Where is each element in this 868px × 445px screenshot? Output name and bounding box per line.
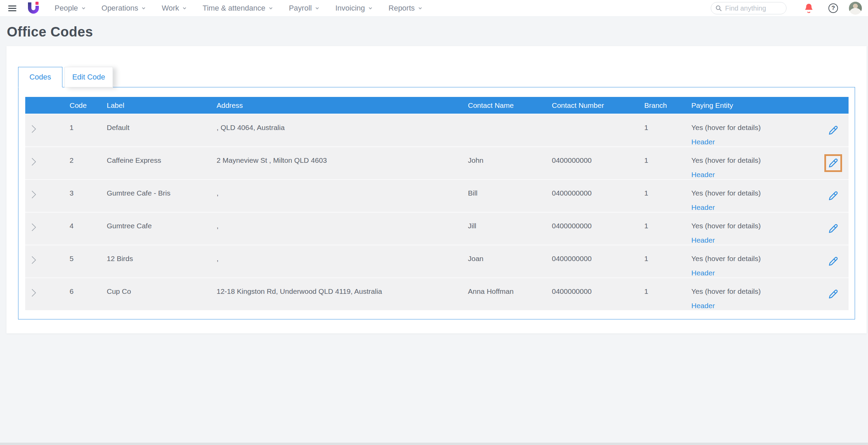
header-code: Code (70, 97, 107, 114)
cell-branch: 1 (644, 147, 691, 179)
codes-panel: Code Label Address Contact Name Contact … (18, 87, 855, 319)
chevron-down-icon (268, 6, 273, 11)
cell-code: 4 (70, 213, 107, 245)
header-link[interactable]: Header (691, 301, 825, 310)
paying-entity-text: Yes (hover for details) (691, 221, 825, 230)
tab-edit-code-label: Edit Code (72, 73, 105, 82)
cell-paying-entity: Yes (hover for details) Header (691, 245, 825, 277)
paying-entity-text: Yes (hover for details) (691, 254, 825, 263)
cell-branch: 1 (644, 180, 691, 212)
user-avatar[interactable] (849, 2, 862, 15)
cell-actions (825, 213, 849, 245)
pencil-icon (828, 224, 838, 234)
nav-operations[interactable]: Operations (102, 4, 146, 13)
pencil-icon (828, 125, 838, 135)
app-logo[interactable] (27, 1, 40, 15)
tab-codes-label: Codes (29, 73, 51, 82)
header-label: Label (107, 97, 217, 114)
pencil-icon (828, 191, 838, 201)
cell-contact-name: Jill (468, 213, 552, 245)
header-branch: Branch (644, 97, 691, 114)
chevron-down-icon (315, 6, 320, 11)
pencil-icon (828, 256, 838, 267)
chevron-right-icon (29, 288, 38, 298)
header-link[interactable]: Header (691, 203, 825, 212)
expand-row-button[interactable] (25, 180, 70, 212)
hamburger-menu-icon[interactable] (8, 5, 16, 11)
cell-code: 5 (70, 245, 107, 277)
cell-address: 2 Mayneview St , Milton QLD 4603 (217, 147, 468, 179)
expand-row-button[interactable] (25, 278, 70, 310)
cell-branch: 1 (644, 245, 691, 277)
pencil-icon (828, 289, 838, 299)
header-actions (825, 97, 849, 114)
global-search[interactable] (711, 2, 786, 14)
cell-label: 12 Birds (107, 245, 217, 277)
edit-code-button[interactable] (825, 221, 841, 236)
notifications-button[interactable] (804, 3, 813, 13)
header-address: Address (217, 97, 468, 114)
cell-contact-number: 0400000000 (552, 180, 644, 212)
cell-branch: 1 (644, 213, 691, 245)
nav-invoicing[interactable]: Invoicing (335, 4, 373, 13)
nav-reports[interactable]: Reports (388, 4, 423, 13)
cell-code: 3 (70, 180, 107, 212)
office-codes-table: Code Label Address Contact Name Contact … (25, 97, 849, 310)
tab-bar: Codes Edit Code (18, 67, 855, 87)
header-link[interactable]: Header (691, 236, 825, 245)
edit-code-button[interactable] (825, 123, 841, 138)
horizontal-scrollbar[interactable] (0, 443, 868, 445)
page-title: Office Codes (7, 24, 868, 40)
edit-code-button-highlighted[interactable] (825, 155, 841, 171)
cell-paying-entity: Yes (hover for details) Header (691, 147, 825, 179)
cell-label: Default (107, 114, 217, 146)
expand-row-button[interactable] (25, 245, 70, 277)
edit-code-button[interactable] (825, 286, 841, 302)
cell-actions (825, 114, 849, 146)
logo-icon (27, 1, 40, 15)
table-row: 1 Default , QLD 4064, Australia 1 Yes (h… (25, 114, 849, 146)
nav-payroll[interactable]: Payroll (289, 4, 320, 13)
chevron-right-icon (29, 157, 38, 167)
expand-row-button[interactable] (25, 213, 70, 245)
cell-address: , QLD 4064, Australia (217, 114, 468, 146)
nav-payroll-label: Payroll (289, 4, 312, 13)
cell-branch: 1 (644, 114, 691, 146)
chevron-down-icon (182, 6, 187, 11)
help-button[interactable]: ? (828, 3, 838, 13)
cell-address: , (217, 180, 468, 212)
nav-time-attendance[interactable]: Time & attendance (203, 4, 273, 13)
search-input[interactable] (725, 4, 780, 12)
topbar: People Operations Work Time & attendance… (0, 0, 868, 17)
cell-contact-number: 0400000000 (552, 245, 644, 277)
nav-work[interactable]: Work (162, 4, 187, 13)
cell-actions (825, 180, 849, 212)
cell-address: 12-18 Kingston Rd, Underwood QLD 4119, A… (217, 278, 468, 310)
chevron-down-icon (81, 6, 86, 11)
expand-row-button[interactable] (25, 114, 70, 146)
table-row: 2 Caffeine Express 2 Mayneview St , Milt… (25, 146, 849, 179)
cell-code: 1 (70, 114, 107, 146)
header-link[interactable]: Header (691, 170, 825, 179)
header-contact-number: Contact Number (552, 97, 644, 114)
cell-contact-name: John (468, 147, 552, 179)
tab-edit-code[interactable]: Edit Code (64, 67, 113, 87)
header-link[interactable]: Header (691, 269, 825, 277)
nav-people[interactable]: People (55, 4, 86, 13)
cell-paying-entity: Yes (hover for details) Header (691, 278, 825, 310)
nav-operations-label: Operations (102, 4, 138, 13)
tab-codes[interactable]: Codes (18, 67, 62, 87)
cell-paying-entity: Yes (hover for details) Header (691, 114, 825, 146)
header-contact-name: Contact Name (468, 97, 552, 114)
paying-entity-text: Yes (hover for details) (691, 123, 825, 132)
edit-code-button[interactable] (825, 188, 841, 204)
pencil-icon (828, 158, 838, 168)
paying-entity-text: Yes (hover for details) (691, 156, 825, 165)
header-paying-entity: Paying Entity (691, 97, 825, 114)
cell-contact-name (468, 114, 552, 146)
chevron-right-icon (29, 189, 38, 200)
nav-time-attendance-label: Time & attendance (203, 4, 265, 13)
edit-code-button[interactable] (825, 254, 841, 269)
expand-row-button[interactable] (25, 147, 70, 179)
header-link[interactable]: Header (691, 138, 825, 146)
